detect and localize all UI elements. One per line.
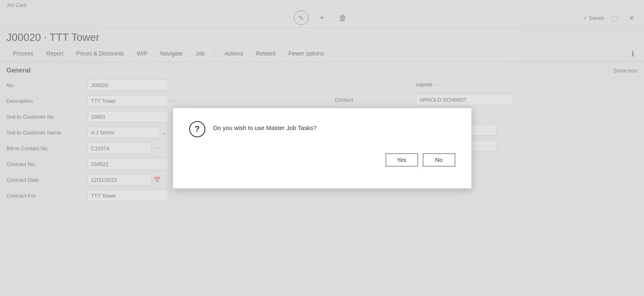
- dialog-yes-button[interactable]: Yes: [386, 153, 418, 166]
- dialog: ? Do you wish to use Master Job Tasks? Y…: [173, 108, 472, 189]
- dialog-buttons: Yes No: [189, 153, 455, 166]
- dialog-overlay: ? Do you wish to use Master Job Tasks? Y…: [0, 0, 644, 204]
- dialog-no-button[interactable]: No: [423, 153, 455, 166]
- dialog-message: Do you wish to use Master Job Tasks?: [213, 121, 317, 133]
- dialog-question-icon: ?: [189, 121, 205, 137]
- dialog-body: ? Do you wish to use Master Job Tasks?: [189, 121, 455, 137]
